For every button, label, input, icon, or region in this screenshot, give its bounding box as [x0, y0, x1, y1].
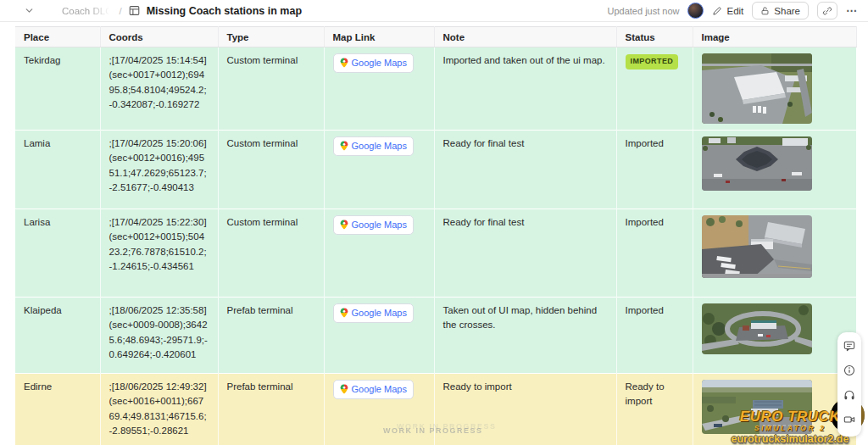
breadcrumb-parent[interactable]: Coach DLC	[62, 6, 112, 16]
cell-note: Ready for final test	[434, 209, 616, 298]
google-maps-pin-icon	[340, 58, 348, 68]
column-header-place: Place	[15, 27, 100, 47]
table-row: Larisa ;[17/04/2025 15:22:30] (sec+0012+…	[15, 209, 856, 298]
cell-type: Custom terminal	[218, 47, 324, 131]
video-camera-icon[interactable]	[843, 414, 855, 429]
cell-maplink: Google Maps	[324, 298, 434, 374]
stations-table: Place Coords Type Map Link Note Status I…	[15, 26, 857, 445]
terminal-image[interactable]	[702, 215, 812, 278]
more-options-button[interactable]: ⋯	[846, 4, 858, 17]
page-table-icon	[129, 5, 140, 16]
cell-coords: ;[18/06/2025 12:49:32] (sec+0016+0011);6…	[100, 374, 218, 445]
column-header-note: Note	[434, 27, 616, 47]
cell-note: Ready for final test	[434, 131, 616, 209]
cell-place: Larisa	[15, 209, 100, 298]
cell-status: IMPORTED	[616, 47, 693, 131]
avatar[interactable]	[687, 3, 704, 19]
copy-link-button[interactable]	[817, 2, 837, 19]
top-bar-actions: Updated just now Edit Share ⋯	[607, 2, 858, 19]
google-maps-link[interactable]: Google Maps	[333, 303, 414, 323]
column-header-status: Status	[616, 27, 693, 47]
cell-coords: ;[17/04/2025 15:22:30] (sec+0012+0015);5…	[100, 209, 218, 298]
cell-maplink: Google Maps	[324, 209, 434, 298]
cell-coords: ;[18/06/2025 12:35:58] (sec+0009-0008);3…	[100, 298, 218, 374]
cell-place: Lamia	[15, 131, 100, 209]
table-row: Klaipeda ;[18/06/2025 12:35:58] (sec+000…	[15, 298, 856, 374]
cell-coords: ;[17/04/2025 15:20:06] (sec+0012+0016);4…	[100, 131, 218, 209]
cell-image	[693, 209, 856, 298]
google-maps-link[interactable]: Google Maps	[333, 215, 414, 235]
info-icon[interactable]	[843, 364, 855, 380]
comment-icon[interactable]	[843, 340, 855, 355]
table-header-row: Place Coords Type Map Link Note Status I…	[15, 27, 856, 47]
google-maps-pin-icon	[340, 384, 348, 394]
google-maps-link[interactable]: Google Maps	[333, 53, 414, 73]
google-maps-pin-icon	[340, 308, 348, 318]
work-in-progress-watermark: WORK IN PROGRESS	[383, 426, 483, 435]
cell-place: Tekirdag	[15, 47, 100, 131]
updated-status: Updated just now	[607, 6, 679, 16]
cell-maplink: Google Maps	[324, 131, 434, 209]
cell-status: Imported	[616, 298, 693, 374]
floating-side-toolbar	[837, 332, 861, 437]
headphones-icon[interactable]	[843, 389, 855, 404]
column-header-maplink: Map Link	[324, 27, 434, 47]
breadcrumb: Coach DLC / Missing Coach stations in ma…	[24, 5, 302, 17]
terminal-image[interactable]	[702, 136, 812, 191]
column-header-image: Image	[693, 27, 856, 47]
cell-maplink: Google Maps	[324, 47, 434, 131]
cell-place: Klaipeda	[15, 298, 100, 374]
link-icon	[822, 6, 832, 16]
edit-button[interactable]: Edit	[712, 6, 743, 16]
cell-status: Ready to import	[616, 374, 693, 445]
google-maps-link[interactable]: Google Maps	[333, 136, 414, 156]
cell-type: Prefab terminal	[218, 374, 324, 445]
cell-type: Prefab terminal	[218, 298, 324, 374]
google-maps-pin-icon	[340, 141, 348, 151]
column-header-type: Type	[218, 27, 324, 47]
terminal-image[interactable]	[702, 303, 812, 354]
top-bar: Coach DLC / Missing Coach stations in ma…	[0, 0, 868, 22]
cell-image	[693, 131, 856, 209]
column-header-coords: Coords	[100, 27, 218, 47]
cell-type: Custom terminal	[218, 209, 324, 298]
table-row: Tekirdag ;[17/04/2025 15:14:54] (sec+001…	[15, 47, 856, 131]
cell-coords: ;[17/04/2025 15:14:54] (sec+0017+0012);6…	[100, 47, 218, 131]
cell-type: Custom terminal	[218, 131, 324, 209]
status-badge: IMPORTED	[626, 54, 679, 70]
chevron-down-icon[interactable]	[24, 5, 35, 16]
google-maps-pin-icon	[340, 220, 348, 230]
table-row: Lamia ;[17/04/2025 15:20:06] (sec+0012+0…	[15, 131, 856, 209]
cell-note: Imported and taken out of the ui map.	[434, 47, 616, 131]
breadcrumb-separator: /	[119, 6, 121, 16]
terminal-image[interactable]	[702, 53, 812, 124]
cell-note: Taken out of UI map, hidden behind the c…	[434, 298, 616, 374]
lock-icon	[760, 6, 770, 16]
share-button[interactable]: Share	[752, 2, 809, 19]
google-maps-link[interactable]: Google Maps	[333, 380, 414, 399]
page-title: Missing Coach stations in map	[147, 5, 302, 17]
cell-status: Imported	[616, 209, 693, 298]
cell-place: Edirne	[15, 374, 100, 445]
cell-image	[693, 298, 856, 374]
pencil-icon	[712, 6, 722, 16]
cell-status: Imported	[616, 131, 693, 209]
cell-image	[693, 47, 856, 131]
